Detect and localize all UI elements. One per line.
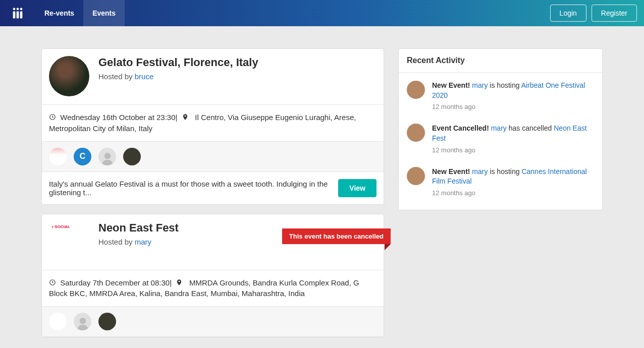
register-button[interactable]: Register: [592, 5, 637, 22]
event-host: Hosted by mary: [98, 238, 179, 246]
event-datetime: Wednesday 16th October at 23:30: [60, 113, 175, 122]
attendee-avatar[interactable]: [98, 148, 116, 165]
event-card: This event has been cancelled r SOCIAL N…: [41, 214, 384, 338]
activity-mid: is hosting: [488, 167, 521, 176]
event-datetime: Saturday 7th December at 08:30: [60, 278, 170, 287]
person-icon: [75, 315, 90, 330]
attendee-avatar[interactable]: [74, 313, 91, 330]
location-icon: [176, 279, 183, 286]
cancelled-ribbon: This event has been cancelled: [282, 228, 391, 244]
activity-user-link[interactable]: mary: [491, 124, 507, 132]
event-card: Gelato Festival, Florence, Italy Hosted …: [41, 48, 384, 205]
host-link[interactable]: mary: [135, 238, 151, 246]
activity-mid: has cancelled: [507, 124, 554, 132]
activity-user-link[interactable]: mary: [472, 167, 488, 176]
nav-events[interactable]: Events: [83, 0, 125, 26]
event-host-avatar: [49, 56, 89, 96]
event-attendees: C: [42, 142, 384, 172]
activity-avatar: [407, 124, 425, 142]
event-description: Italy's annual Gelato Festival is a must…: [49, 180, 332, 197]
activity-user-link[interactable]: mary: [472, 81, 488, 89]
attendee-avatar[interactable]: [49, 313, 67, 330]
avatar-decor: r SOCIAL: [52, 224, 70, 229]
svg-rect-4: [17, 12, 19, 19]
event-host: Hosted by bruce: [98, 72, 258, 81]
attendee-avatar[interactable]: [49, 148, 67, 165]
hosted-by-label: Hosted by: [98, 238, 135, 246]
attendee-avatar[interactable]: [123, 148, 141, 165]
people-icon: [11, 6, 25, 20]
location-icon: [182, 113, 189, 121]
clock-icon: [49, 113, 56, 121]
attendee-avatar[interactable]: C: [74, 148, 91, 165]
host-link[interactable]: bruce: [135, 72, 154, 81]
svg-point-7: [104, 153, 111, 159]
event-attendees: [42, 307, 384, 337]
person-icon: [100, 150, 115, 165]
svg-point-2: [20, 8, 23, 11]
navbar: Re-vents Events Login Register: [0, 0, 644, 26]
clock-icon: [49, 279, 56, 286]
logo[interactable]: [0, 0, 35, 26]
event-meta: Wednesday 16th October at 23:30| Il Cent…: [42, 105, 384, 142]
svg-rect-5: [20, 12, 23, 19]
activity-time: 12 months ago: [432, 189, 594, 198]
activity-prefix: New Event!: [432, 81, 472, 89]
activity-item: Event Cancelled! mary has cancelled Neon…: [407, 118, 594, 160]
nav-brand[interactable]: Re-vents: [35, 0, 83, 26]
recent-activity-title: Recent Activity: [399, 49, 602, 73]
activity-time: 12 months ago: [432, 146, 594, 155]
activity-mid: is hosting: [488, 81, 521, 89]
event-title: Gelato Festival, Florence, Italy: [98, 56, 258, 69]
svg-point-1: [17, 8, 19, 11]
activity-item: New Event! mary is hosting Airbeat One F…: [407, 75, 594, 118]
activity-prefix: Event Cancelled!: [432, 124, 491, 132]
attendee-avatar[interactable]: [98, 313, 116, 330]
activity-prefix: New Event!: [432, 167, 472, 176]
recent-activity-card: Recent Activity New Event! mary is hosti…: [398, 48, 603, 210]
activity-avatar: [407, 81, 425, 99]
activity-avatar: [407, 167, 425, 185]
hosted-by-label: Hosted by: [98, 72, 135, 81]
svg-rect-3: [13, 12, 16, 19]
svg-point-9: [79, 318, 86, 324]
event-meta: Saturday 7th December at 08:30| MMRDA Gr…: [42, 270, 384, 307]
activity-time: 12 months ago: [432, 102, 594, 111]
login-button[interactable]: Login: [550, 5, 586, 22]
event-title: Neon East Fest: [98, 221, 179, 235]
activity-item: New Event! mary is hosting Cannes Intern…: [407, 161, 594, 204]
svg-point-0: [13, 8, 16, 11]
view-button[interactable]: View: [338, 179, 377, 197]
